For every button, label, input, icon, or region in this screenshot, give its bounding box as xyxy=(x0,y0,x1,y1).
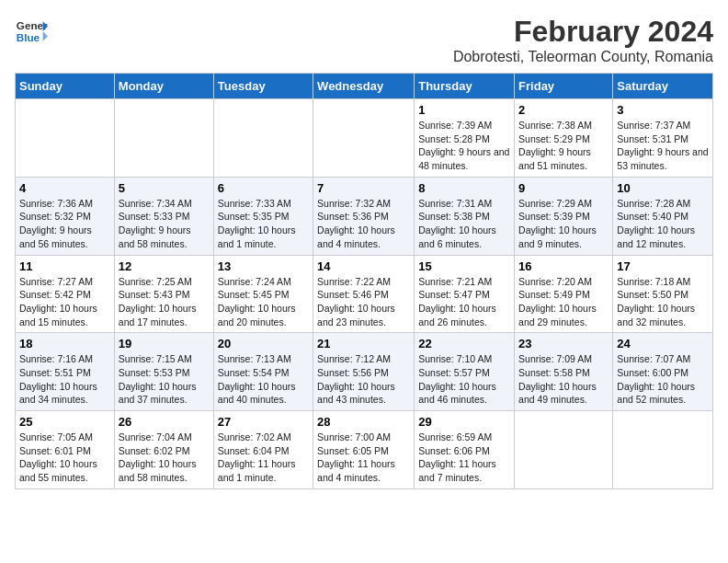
day-info: Sunrise: 7:33 AMSunset: 5:35 PMDaylight:… xyxy=(218,197,309,251)
calendar-cell: 29Sunrise: 6:59 AMSunset: 6:06 PMDayligh… xyxy=(415,411,515,489)
day-number: 8 xyxy=(418,181,510,195)
day-info: Sunrise: 7:02 AMSunset: 6:04 PMDaylight:… xyxy=(218,431,309,485)
calendar-cell: 14Sunrise: 7:22 AMSunset: 5:46 PMDayligh… xyxy=(313,255,415,333)
week-row-5: 25Sunrise: 7:05 AMSunset: 6:01 PMDayligh… xyxy=(16,411,713,489)
header-row: SundayMondayTuesdayWednesdayThursdayFrid… xyxy=(16,74,713,99)
day-info: Sunrise: 7:39 AMSunset: 5:28 PMDaylight:… xyxy=(418,119,510,173)
calendar-cell: 27Sunrise: 7:02 AMSunset: 6:04 PMDayligh… xyxy=(213,411,313,489)
calendar-cell: 2Sunrise: 7:38 AMSunset: 5:29 PMDaylight… xyxy=(515,99,613,178)
day-info: Sunrise: 7:38 AMSunset: 5:29 PMDaylight:… xyxy=(518,119,609,173)
day-info: Sunrise: 7:00 AMSunset: 6:05 PMDaylight:… xyxy=(317,431,410,485)
day-info: Sunrise: 6:59 AMSunset: 6:06 PMDaylight:… xyxy=(418,431,510,485)
calendar-cell: 12Sunrise: 7:25 AMSunset: 5:43 PMDayligh… xyxy=(114,255,213,333)
day-info: Sunrise: 7:25 AMSunset: 5:43 PMDaylight:… xyxy=(119,275,210,329)
day-number: 17 xyxy=(617,259,709,273)
day-info: Sunrise: 7:22 AMSunset: 5:46 PMDaylight:… xyxy=(317,275,410,329)
header-cell-wednesday: Wednesday xyxy=(313,74,415,99)
day-info: Sunrise: 7:07 AMSunset: 6:00 PMDaylight:… xyxy=(617,352,709,407)
calendar-cell: 13Sunrise: 7:24 AMSunset: 5:45 PMDayligh… xyxy=(213,255,313,333)
svg-text:Blue: Blue xyxy=(17,31,40,43)
day-number: 24 xyxy=(617,337,709,350)
calendar-cell: 24Sunrise: 7:07 AMSunset: 6:00 PMDayligh… xyxy=(613,333,713,411)
day-info: Sunrise: 7:31 AMSunset: 5:38 PMDaylight:… xyxy=(418,197,510,251)
day-number: 14 xyxy=(317,259,410,273)
day-info: Sunrise: 7:32 AMSunset: 5:36 PMDaylight:… xyxy=(317,197,410,251)
day-number: 21 xyxy=(317,337,410,350)
week-row-1: 1Sunrise: 7:39 AMSunset: 5:28 PMDaylight… xyxy=(16,99,713,178)
day-number: 28 xyxy=(317,415,410,429)
calendar-cell: 28Sunrise: 7:00 AMSunset: 6:05 PMDayligh… xyxy=(313,411,415,489)
week-row-4: 18Sunrise: 7:16 AMSunset: 5:51 PMDayligh… xyxy=(16,333,713,411)
day-number: 7 xyxy=(317,181,410,195)
svg-marker-3 xyxy=(43,31,48,41)
day-number: 1 xyxy=(418,103,510,117)
calendar-cell: 22Sunrise: 7:10 AMSunset: 5:57 PMDayligh… xyxy=(415,333,515,411)
day-info: Sunrise: 7:37 AMSunset: 5:31 PMDaylight:… xyxy=(617,119,709,173)
logo: General Blue xyxy=(15,15,48,48)
calendar-cell: 20Sunrise: 7:13 AMSunset: 5:54 PMDayligh… xyxy=(213,333,313,411)
header-cell-sunday: Sunday xyxy=(16,74,115,99)
day-number: 19 xyxy=(119,337,210,350)
calendar-cell: 10Sunrise: 7:28 AMSunset: 5:40 PMDayligh… xyxy=(613,177,713,255)
main-title: February 2024 xyxy=(453,15,713,49)
day-number: 6 xyxy=(218,181,309,195)
calendar-cell: 23Sunrise: 7:09 AMSunset: 5:58 PMDayligh… xyxy=(515,333,613,411)
header-cell-tuesday: Tuesday xyxy=(213,74,313,99)
week-row-3: 11Sunrise: 7:27 AMSunset: 5:42 PMDayligh… xyxy=(16,255,713,333)
calendar-cell: 16Sunrise: 7:20 AMSunset: 5:49 PMDayligh… xyxy=(515,255,613,333)
day-info: Sunrise: 7:18 AMSunset: 5:50 PMDaylight:… xyxy=(617,275,709,329)
page-header: General Blue February 2024 Dobrotesti, T… xyxy=(15,15,713,65)
day-info: Sunrise: 7:15 AMSunset: 5:53 PMDaylight:… xyxy=(119,352,210,407)
day-number: 12 xyxy=(119,259,210,273)
calendar-cell: 9Sunrise: 7:29 AMSunset: 5:39 PMDaylight… xyxy=(515,177,613,255)
calendar-cell xyxy=(313,99,415,178)
day-number: 3 xyxy=(617,103,709,117)
title-section: February 2024 Dobrotesti, Teleorman Coun… xyxy=(453,15,713,65)
day-number: 5 xyxy=(119,181,210,195)
day-info: Sunrise: 7:16 AMSunset: 5:51 PMDaylight:… xyxy=(19,352,110,407)
calendar-cell: 4Sunrise: 7:36 AMSunset: 5:32 PMDaylight… xyxy=(16,177,115,255)
day-number: 18 xyxy=(19,337,110,350)
week-row-2: 4Sunrise: 7:36 AMSunset: 5:32 PMDaylight… xyxy=(16,177,713,255)
day-info: Sunrise: 7:24 AMSunset: 5:45 PMDaylight:… xyxy=(218,275,309,329)
day-info: Sunrise: 7:36 AMSunset: 5:32 PMDaylight:… xyxy=(19,197,110,251)
header-cell-thursday: Thursday xyxy=(415,74,515,99)
day-number: 16 xyxy=(518,259,609,273)
day-number: 9 xyxy=(518,181,609,195)
calendar-cell: 25Sunrise: 7:05 AMSunset: 6:01 PMDayligh… xyxy=(16,411,115,489)
calendar-cell: 21Sunrise: 7:12 AMSunset: 5:56 PMDayligh… xyxy=(313,333,415,411)
calendar-cell: 18Sunrise: 7:16 AMSunset: 5:51 PMDayligh… xyxy=(16,333,115,411)
calendar-cell: 11Sunrise: 7:27 AMSunset: 5:42 PMDayligh… xyxy=(16,255,115,333)
day-number: 10 xyxy=(617,181,709,195)
calendar-body: 1Sunrise: 7:39 AMSunset: 5:28 PMDaylight… xyxy=(16,99,713,489)
day-number: 25 xyxy=(19,415,110,429)
calendar-cell: 19Sunrise: 7:15 AMSunset: 5:53 PMDayligh… xyxy=(114,333,213,411)
header-cell-monday: Monday xyxy=(114,74,213,99)
calendar-cell: 3Sunrise: 7:37 AMSunset: 5:31 PMDaylight… xyxy=(613,99,713,178)
day-number: 2 xyxy=(518,103,609,117)
calendar-table: SundayMondayTuesdayWednesdayThursdayFrid… xyxy=(15,73,713,489)
day-info: Sunrise: 7:05 AMSunset: 6:01 PMDaylight:… xyxy=(19,431,110,485)
calendar-cell: 17Sunrise: 7:18 AMSunset: 5:50 PMDayligh… xyxy=(613,255,713,333)
header-cell-saturday: Saturday xyxy=(613,74,713,99)
calendar-cell xyxy=(213,99,313,178)
header-cell-friday: Friday xyxy=(515,74,613,99)
day-number: 20 xyxy=(218,337,309,350)
day-info: Sunrise: 7:12 AMSunset: 5:56 PMDaylight:… xyxy=(317,352,410,407)
day-info: Sunrise: 7:21 AMSunset: 5:47 PMDaylight:… xyxy=(418,275,510,329)
day-info: Sunrise: 7:20 AMSunset: 5:49 PMDaylight:… xyxy=(518,275,609,329)
calendar-header: SundayMondayTuesdayWednesdayThursdayFrid… xyxy=(16,74,713,99)
calendar-cell: 1Sunrise: 7:39 AMSunset: 5:28 PMDaylight… xyxy=(415,99,515,178)
calendar-cell: 15Sunrise: 7:21 AMSunset: 5:47 PMDayligh… xyxy=(415,255,515,333)
subtitle: Dobrotesti, Teleorman County, Romania xyxy=(453,49,713,65)
day-info: Sunrise: 7:34 AMSunset: 5:33 PMDaylight:… xyxy=(119,197,210,251)
calendar-cell xyxy=(613,411,713,489)
logo-icon: General Blue xyxy=(15,15,48,48)
calendar-cell xyxy=(114,99,213,178)
day-number: 26 xyxy=(119,415,210,429)
day-number: 27 xyxy=(218,415,309,429)
day-info: Sunrise: 7:29 AMSunset: 5:39 PMDaylight:… xyxy=(518,197,609,251)
calendar-cell: 26Sunrise: 7:04 AMSunset: 6:02 PMDayligh… xyxy=(114,411,213,489)
day-number: 11 xyxy=(19,259,110,273)
day-number: 4 xyxy=(19,181,110,195)
